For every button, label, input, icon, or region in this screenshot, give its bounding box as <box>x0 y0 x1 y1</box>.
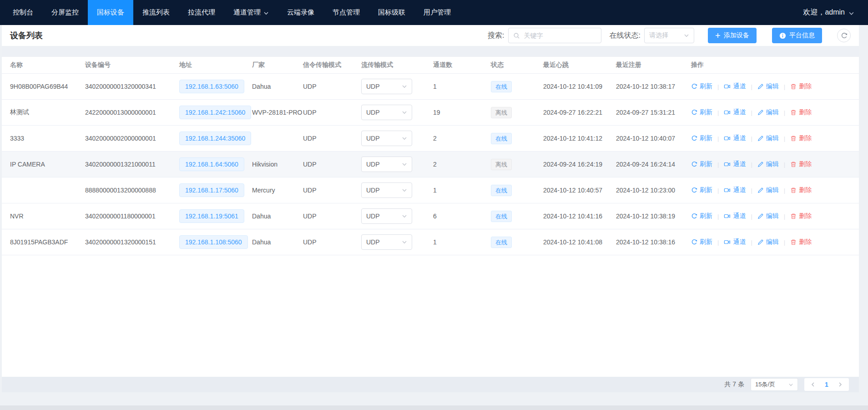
channel-action[interactable]: 通道 <box>724 238 746 246</box>
refresh-icon <box>841 32 848 39</box>
prev-page-button[interactable] <box>806 378 820 391</box>
channel-action[interactable]: 通道 <box>724 134 746 142</box>
device-address-chip: 192.168.1.244:35060 <box>179 132 251 145</box>
edit-action[interactable]: 编辑 <box>757 82 779 91</box>
row-actions: 刷新|通道|编辑|删除 <box>691 108 859 116</box>
delete-action[interactable]: 删除 <box>790 82 812 91</box>
user-menu[interactable]: 欢迎，admin <box>803 0 868 25</box>
refresh-action[interactable]: 刷新 <box>691 82 712 91</box>
refresh-list-button[interactable] <box>837 29 851 42</box>
platform-info-label: 平台信息 <box>789 31 815 40</box>
search-box[interactable] <box>508 28 601 43</box>
channel-action[interactable]: 通道 <box>724 212 746 220</box>
edit-action[interactable]: 编辑 <box>757 160 779 168</box>
table-row[interactable]: 333334020000002000000001192.168.1.244:35… <box>2 126 859 152</box>
channel-action[interactable]: 通道 <box>724 160 746 168</box>
refresh-action[interactable]: 刷新 <box>691 212 712 220</box>
platform-info-button[interactable]: 平台信息 <box>772 28 822 43</box>
delete-action[interactable]: 删除 <box>790 186 812 194</box>
online-status-select[interactable]: 请选择 <box>644 28 694 43</box>
stream-mode-value: UDP <box>366 109 380 116</box>
stream-mode-select[interactable]: UDP <box>361 157 412 172</box>
add-device-button[interactable]: 添加设备 <box>708 28 757 43</box>
refresh-action[interactable]: 刷新 <box>691 238 712 246</box>
table-row[interactable]: NVR34020000001180000001192.168.1.19:5061… <box>2 203 859 229</box>
delete-action[interactable]: 删除 <box>790 212 812 220</box>
nav-item-4[interactable]: 拉流代理 <box>179 0 224 25</box>
edit-action[interactable]: 编辑 <box>757 186 779 194</box>
nav-item-6[interactable]: 云端录像 <box>278 0 323 25</box>
nav-item-9[interactable]: 用户管理 <box>414 0 460 25</box>
pencil-icon <box>757 187 764 193</box>
stream-mode-select[interactable]: UDP <box>361 79 412 94</box>
refresh-action[interactable]: 刷新 <box>691 160 712 168</box>
action-separator: | <box>751 187 752 194</box>
signal-mode: UDP <box>303 161 361 168</box>
refresh-action[interactable]: 刷新 <box>691 108 712 116</box>
delete-action[interactable]: 删除 <box>790 134 812 142</box>
column-header-5: 流传输模式 <box>361 61 433 69</box>
manufacturer: WVP-28181-PRO <box>252 109 303 116</box>
chevron-down-icon <box>788 382 793 387</box>
nav-item-8[interactable]: 国标级联 <box>369 0 414 25</box>
table-row[interactable]: 88880000013200000888192.168.1.17:5060Mer… <box>2 177 859 203</box>
status-cell: 离线 <box>491 159 543 170</box>
table-row[interactable]: 8J01915PAGB3ADF34020000001320000151192.1… <box>2 229 859 255</box>
action-separator: | <box>717 239 719 246</box>
delete-action[interactable]: 删除 <box>790 108 812 116</box>
edit-action[interactable]: 编辑 <box>757 108 779 116</box>
device-address-cell: 192.168.1.242:15060 <box>179 106 252 119</box>
stream-mode-select[interactable]: UDP <box>361 234 412 250</box>
next-page-button[interactable] <box>833 378 847 391</box>
stream-mode-select[interactable]: UDP <box>361 208 412 224</box>
stream-mode-select[interactable]: UDP <box>361 105 412 120</box>
video-camera-icon <box>724 109 731 116</box>
nav-item-3[interactable]: 推流列表 <box>133 0 179 25</box>
nav-item-label: 推流列表 <box>142 8 170 17</box>
device-id: 24220000013000000001 <box>85 109 179 116</box>
top-nav: 控制台分屏监控国标设备推流列表拉流代理通道管理云端录像节点管理国标级联用户管理 … <box>0 0 868 25</box>
search-input[interactable] <box>523 31 596 40</box>
last-heartbeat: 2024-10-12 10:41:09 <box>543 83 616 90</box>
nav-item-0[interactable]: 控制台 <box>4 0 42 25</box>
nav-item-7[interactable]: 节点管理 <box>323 0 369 25</box>
stream-mode-select[interactable]: UDP <box>361 131 412 146</box>
stream-mode-value: UDP <box>366 83 380 90</box>
channel-action[interactable]: 通道 <box>724 108 746 116</box>
edit-action[interactable]: 编辑 <box>757 212 779 220</box>
channel-action[interactable]: 通道 <box>724 186 746 194</box>
delete-action[interactable]: 删除 <box>790 160 812 168</box>
edit-action[interactable]: 编辑 <box>757 134 779 142</box>
last-register: 2024-09-24 16:24:14 <box>616 161 691 168</box>
signal-mode: UDP <box>303 187 361 194</box>
table-row[interactable]: 林测试24220000013000000001192.168.1.242:150… <box>2 100 859 126</box>
table-row[interactable]: 9H08B00PAG69B4434020000001320000341192.1… <box>2 74 859 100</box>
page-background <box>0 392 868 405</box>
nav-item-1[interactable]: 分屏监控 <box>42 0 88 25</box>
status-badge: 在线 <box>491 185 512 196</box>
nav-item-2[interactable]: 国标设备 <box>88 0 133 25</box>
status-badge: 在线 <box>491 81 512 92</box>
page-size-select[interactable]: 15条/页 <box>751 378 798 391</box>
nav-item-5[interactable]: 通道管理 <box>224 0 278 25</box>
edit-action[interactable]: 编辑 <box>757 238 779 246</box>
device-address-cell: 192.168.1.63:5060 <box>179 80 252 93</box>
nav-item-label: 节点管理 <box>333 8 360 17</box>
delete-action[interactable]: 删除 <box>790 238 812 246</box>
action-separator: | <box>784 161 785 168</box>
device-id: 88880000013200000888 <box>85 187 179 194</box>
stream-mode-cell: UDP <box>361 157 433 172</box>
online-status-select-value: 请选择 <box>649 31 668 40</box>
chevron-down-icon <box>402 187 407 193</box>
channel-action[interactable]: 通道 <box>724 82 746 91</box>
table-row[interactable]: IP CAMERA34020000001321000011192.168.1.6… <box>2 152 859 177</box>
add-device-label: 添加设备 <box>724 31 749 40</box>
stream-mode-select[interactable]: UDP <box>361 182 412 198</box>
trash-icon <box>790 161 797 167</box>
current-page[interactable]: 1 <box>820 378 833 391</box>
device-name: 8J01915PAGB3ADF <box>10 238 85 246</box>
refresh-action[interactable]: 刷新 <box>691 134 712 142</box>
stream-mode-cell: UDP <box>361 131 433 146</box>
refresh-action[interactable]: 刷新 <box>691 186 712 194</box>
action-separator: | <box>784 109 785 116</box>
